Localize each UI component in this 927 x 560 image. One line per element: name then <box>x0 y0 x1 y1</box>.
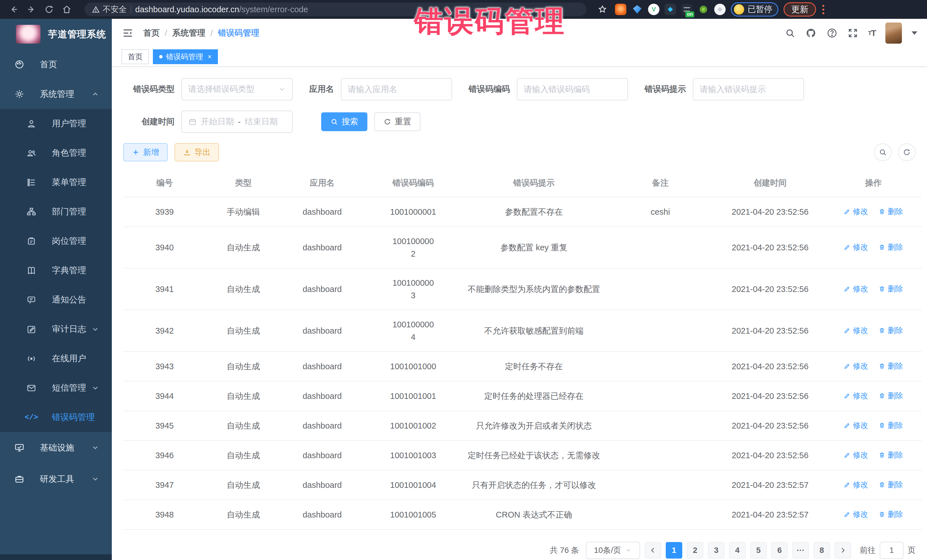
delete-link[interactable]: 删除 <box>878 282 903 295</box>
extension-icon-2[interactable] <box>632 4 643 15</box>
home-icon[interactable] <box>59 2 74 17</box>
app-name-input[interactable] <box>348 85 445 94</box>
browser-menu-icon[interactable] <box>822 5 824 14</box>
vue-devtools-icon[interactable]: V <box>648 4 660 15</box>
sidebar-item-notice[interactable]: 通知公告 <box>0 285 112 314</box>
delete-link[interactable]: 删除 <box>878 508 903 521</box>
forward-icon[interactable] <box>24 2 39 17</box>
sidebar-item-sms[interactable]: 短信管理 <box>0 373 112 403</box>
font-size-icon[interactable]: TT <box>868 28 876 38</box>
export-button[interactable]: 导出 <box>175 143 219 161</box>
toggle-search-button[interactable] <box>874 143 892 161</box>
date-range-picker[interactable]: 开始日期 - 结束日期 <box>181 111 293 133</box>
fullscreen-icon[interactable] <box>847 28 858 38</box>
error-type-select[interactable]: 请选择错误码类型 <box>181 78 293 100</box>
error-msg-input[interactable] <box>700 85 797 94</box>
page-size-select[interactable]: 10条/页 <box>586 542 640 559</box>
sidebar-item-infrastructure[interactable]: 基础设施 <box>0 432 112 463</box>
browser-update-button[interactable]: 更新 <box>784 2 816 17</box>
cell-msg: 不允许获取敏感配置到前端 <box>463 310 605 352</box>
extension-icon-3[interactable] <box>664 4 676 15</box>
edit-link[interactable]: 修改 <box>844 390 868 402</box>
tag-home[interactable]: 首页 <box>122 49 149 64</box>
sidebar-item-users[interactable]: 用户管理 <box>0 109 112 138</box>
edit-link[interactable]: 修改 <box>844 508 868 521</box>
extension-icon-4[interactable]: on <box>681 4 693 15</box>
search-button[interactable]: 搜索 <box>321 112 368 131</box>
sidebar-item-departments[interactable]: 部门管理 <box>0 197 112 226</box>
reload-icon[interactable] <box>42 2 56 17</box>
sidebar-fold-icon[interactable] <box>122 27 134 39</box>
cell-remark <box>605 381 715 411</box>
edit-link[interactable]: 修改 <box>844 282 868 295</box>
page-button-4[interactable]: 4 <box>729 542 746 558</box>
delete-link[interactable]: 删除 <box>878 205 903 218</box>
sidebar-collapse-bar[interactable] <box>0 554 112 560</box>
extensions-puzzle-icon[interactable] <box>714 4 726 15</box>
delete-link[interactable]: 删除 <box>878 390 903 402</box>
page-button-2[interactable]: 2 <box>687 542 704 558</box>
add-button[interactable]: 新增 <box>123 143 168 161</box>
goto-page-input[interactable] <box>880 542 904 559</box>
sidebar-item-dict[interactable]: 字典管理 <box>0 256 112 285</box>
pen-icon <box>844 481 851 488</box>
profile-paused-pill[interactable]: 已暂停 <box>731 2 778 17</box>
sidebar-item-posts[interactable]: 岗位管理 <box>0 226 112 256</box>
extension-icon-5[interactable] <box>698 4 709 15</box>
cell-type: 手动编辑 <box>206 197 281 227</box>
tag-error-code[interactable]: 错误码管理 × <box>153 49 218 64</box>
next-page-button[interactable] <box>834 542 851 558</box>
sidebar-item-menus[interactable]: 菜单管理 <box>0 168 112 197</box>
delete-link[interactable]: 删除 <box>878 360 903 372</box>
sidebar-item-error-code[interactable]: </> 错误码管理 <box>0 403 112 432</box>
tag-close-icon[interactable]: × <box>208 53 212 61</box>
back-icon[interactable] <box>6 2 21 17</box>
sidebar-item-system[interactable]: 系统管理 <box>0 79 112 109</box>
cell-actions: 修改 删除 <box>825 227 922 268</box>
delete-link[interactable]: 删除 <box>878 324 903 337</box>
delete-link[interactable]: 删除 <box>878 419 903 432</box>
github-icon[interactable] <box>805 27 817 39</box>
prev-page-button[interactable] <box>644 542 661 558</box>
edit-link[interactable]: 修改 <box>844 205 868 218</box>
sidebar-item-roles[interactable]: 角色管理 <box>0 138 112 168</box>
help-icon[interactable] <box>826 27 838 39</box>
edit-link[interactable]: 修改 <box>844 324 868 337</box>
bookmark-star-icon[interactable] <box>595 2 610 17</box>
page-button-3[interactable]: 3 <box>708 542 725 558</box>
address-bar[interactable]: 不安全 dashboard.yudao.iocoder.cn/system/er… <box>84 3 587 16</box>
error-code-input[interactable] <box>524 85 621 94</box>
users-icon <box>25 148 38 158</box>
breadcrumb-system[interactable]: 系统管理 <box>172 27 205 39</box>
sidebar-item-home[interactable]: 首页 <box>0 50 112 79</box>
user-avatar[interactable] <box>885 23 902 44</box>
edit-link[interactable]: 修改 <box>844 478 868 491</box>
edit-link[interactable]: 修改 <box>844 419 868 432</box>
edit-link[interactable]: 修改 <box>844 449 868 461</box>
search-icon[interactable] <box>785 28 795 38</box>
table-row: 3946 自动生成 dashboard 1001001003 定时任务已经处于该… <box>123 440 922 470</box>
delete-link[interactable]: 删除 <box>878 241 903 253</box>
page-ellipsis[interactable]: ··· <box>792 542 809 558</box>
security-warning[interactable]: 不安全 <box>92 4 127 15</box>
delete-link[interactable]: 删除 <box>878 478 903 491</box>
page-button-5[interactable]: 5 <box>750 542 767 558</box>
edit-link[interactable]: 修改 <box>844 360 868 372</box>
refresh-table-button[interactable] <box>898 143 916 161</box>
warning-triangle-icon <box>92 5 100 14</box>
logo[interactable]: 芋道管理系统 <box>0 19 112 50</box>
breadcrumb-home[interactable]: 首页 <box>143 27 160 39</box>
table-row: 3943 自动生成 dashboard 1001001000 定时任务不存在 2… <box>123 352 922 381</box>
page-button-6[interactable]: 6 <box>771 542 788 558</box>
extension-icon-1[interactable] <box>615 4 626 15</box>
sidebar-item-audit-log[interactable]: 审计日志 <box>0 314 112 344</box>
avatar-caret-icon[interactable] <box>912 31 917 35</box>
edit-link[interactable]: 修改 <box>844 241 868 253</box>
page-button-8[interactable]: 8 <box>813 542 830 558</box>
breadcrumb-separator: / <box>165 29 167 38</box>
sidebar-item-dev-tools[interactable]: 研发工具 <box>0 463 112 495</box>
delete-link[interactable]: 删除 <box>878 449 903 461</box>
reset-button[interactable]: 重置 <box>374 112 421 131</box>
page-button-1[interactable]: 1 <box>666 542 682 558</box>
sidebar-item-online-users[interactable]: 在线用户 <box>0 344 112 373</box>
